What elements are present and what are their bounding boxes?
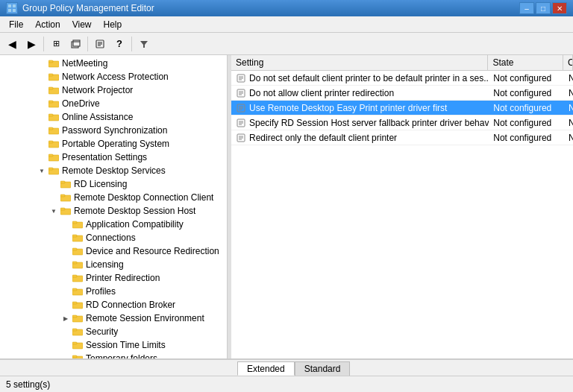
list-cell-state: Not configured [489, 86, 564, 100]
svg-rect-43 [72, 262, 77, 264]
menu-help[interactable]: Help [98, 18, 128, 31]
tree-label: OneDrive [62, 98, 100, 109]
tree-label: Network Projector [62, 85, 133, 95]
tree-panel[interactable]: NetMeeting Network Access Protection Net… [0, 55, 228, 358]
new-window-button[interactable] [66, 35, 84, 53]
tree-item-onedrive[interactable]: OneDrive [0, 97, 227, 110]
tree-item-rd-connection-broker[interactable]: RD Connection Broker [0, 298, 227, 312]
list-cell-state: Not configured [489, 116, 564, 130]
tree-expand-placeholder [36, 111, 48, 123]
list-row[interactable]: Use Remote Desktop Easy Print printer dr… [231, 101, 573, 116]
tree-label: RD Connection Broker [86, 300, 175, 310]
folder-icon [60, 192, 72, 203]
tree-item-password-sync[interactable]: Password Synchronization [0, 124, 227, 137]
bottom-tabs: Extended Standard [0, 359, 573, 376]
close-button[interactable]: ✕ [552, 2, 567, 14]
svg-rect-29 [48, 168, 53, 170]
svg-rect-45 [72, 275, 77, 277]
tree-item-netmeeting[interactable]: NetMeeting [0, 57, 227, 70]
svg-rect-49 [72, 302, 77, 304]
tree-item-remote-desktop[interactable]: ▼ Remote Desktop Services [0, 164, 227, 177]
column-header-setting[interactable]: Setting [231, 55, 488, 70]
help-button[interactable]: ? [110, 35, 128, 53]
tree-expand-placeholder [60, 272, 72, 284]
tree-item-rd-session-host[interactable]: ▼ Remote Desktop Session Host [0, 204, 227, 218]
svg-rect-31 [60, 181, 65, 183]
tree-item-printer-redirection[interactable]: Printer Redirection [0, 271, 227, 285]
tree-label: Presentation Settings [62, 152, 147, 162]
list-cell-state: Not configured [489, 101, 564, 115]
tree-item-rd-connection[interactable]: Remote Desktop Connection Client [0, 191, 227, 204]
filter-button[interactable] [135, 35, 153, 53]
tree-item-rd-licensing[interactable]: RD Licensing [0, 177, 227, 191]
maximize-button[interactable]: □ [536, 2, 551, 14]
tree-expand-placeholder [36, 57, 48, 69]
folder-icon [48, 139, 60, 149]
menu-action[interactable]: Action [29, 18, 66, 31]
tree-expand-icon[interactable]: ▼ [36, 165, 48, 177]
column-header-comment[interactable]: Comment [563, 55, 573, 70]
title-bar-left: Group Policy Management Editor [6, 2, 154, 14]
show-hide-console-tree-button[interactable]: ⊞ [47, 35, 65, 53]
tree-item-security[interactable]: Security [0, 325, 227, 338]
folder-icon [72, 340, 84, 350]
tree-label: Password Synchronization [62, 125, 167, 136]
folder-icon [72, 259, 84, 270]
svg-marker-11 [140, 41, 148, 48]
tree-scroll-area: NetMeeting Network Access Protection Net… [0, 55, 227, 358]
tree-item-presentation[interactable]: Presentation Settings [0, 151, 227, 164]
tree-item-profiles[interactable]: Profiles [0, 285, 227, 298]
properties-button[interactable] [91, 35, 109, 53]
svg-rect-53 [72, 329, 77, 331]
folder-icon [72, 219, 84, 230]
tab-extended[interactable]: Extended [237, 361, 295, 376]
tree-label: Security [86, 326, 118, 337]
tab-standard[interactable]: Standard [295, 361, 351, 376]
list-row[interactable]: Do not allow client printer redirection … [231, 86, 573, 101]
folder-icon [72, 286, 84, 297]
setting-text: Do not set default client printer to be … [249, 73, 489, 83]
svg-rect-27 [48, 154, 53, 157]
list-cell-state: Not configured [489, 131, 564, 145]
svg-rect-17 [48, 87, 53, 89]
policy-icon [236, 118, 246, 128]
toolbar: ◀ ▶ ⊞ ? [0, 33, 573, 55]
tree-item-app-compat[interactable]: Application Compatibility [0, 218, 227, 231]
tree-expand-icon[interactable]: ▶ [60, 312, 72, 324]
svg-rect-35 [60, 208, 65, 210]
folder-icon [48, 85, 60, 95]
policy-icon [236, 88, 246, 98]
tree-item-licensing[interactable]: Licensing [0, 258, 227, 271]
minimize-button[interactable]: – [519, 2, 534, 14]
toolbar-separator-2 [87, 37, 88, 51]
setting-text: Do not allow client printer redirection [249, 88, 394, 98]
tree-item-temp-folders[interactable]: Temporary folders [0, 352, 227, 358]
list-row[interactable]: Redirect only the default client printer… [231, 130, 573, 145]
svg-rect-19 [48, 101, 53, 103]
list-cell-setting: Redirect only the default client printer [231, 131, 489, 145]
tree-item-session-time-limits[interactable]: Session Time Limits [0, 338, 227, 352]
list-rows: Do not set default client printer to be … [231, 71, 573, 145]
menu-file[interactable]: File [3, 18, 29, 31]
tree-item-device-resource[interactable]: Device and Resource Redirection [0, 244, 227, 258]
list-panel[interactable]: Setting State Comment Do not set default… [231, 55, 573, 358]
tree-expand-icon[interactable]: ▼ [48, 205, 60, 217]
tree-item-connections[interactable]: Connections [0, 231, 227, 244]
tree-item-portable-os[interactable]: Portable Operating System [0, 137, 227, 151]
column-header-state[interactable]: State [488, 55, 563, 70]
tree-item-online-assistance[interactable]: Online Assistance [0, 110, 227, 124]
tree-label: Online Assistance [62, 112, 133, 122]
list-row[interactable]: Specify RD Session Host server fallback … [231, 116, 573, 130]
tree-expand-placeholder [36, 138, 48, 150]
tree-item-remote-session-env[interactable]: ▶ Remote Session Environment [0, 312, 227, 325]
svg-rect-33 [60, 195, 65, 197]
tree-item-network-access[interactable]: Network Access Protection [0, 70, 227, 83]
list-row[interactable]: Do not set default client printer to be … [231, 71, 573, 86]
tree-label: Printer Redirection [86, 273, 160, 283]
tree-item-network-projector[interactable]: Network Projector [0, 83, 227, 97]
forward-button[interactable]: ▶ [22, 35, 40, 53]
back-button[interactable]: ◀ [3, 35, 21, 53]
tree-label: Portable Operating System [62, 139, 169, 149]
menu-view[interactable]: View [66, 18, 98, 31]
menu-bar: File Action View Help [0, 16, 573, 33]
